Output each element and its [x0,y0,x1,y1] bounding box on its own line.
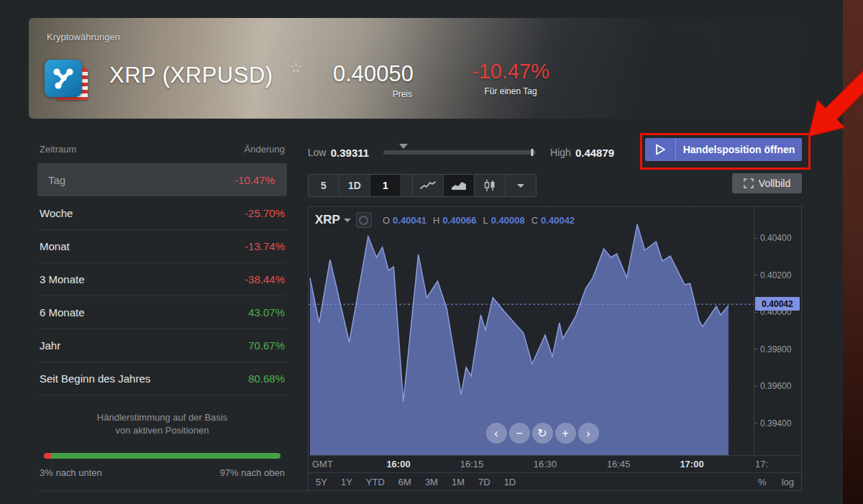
x-axis-label: 16:30 [534,459,557,469]
chart-type-dropdown[interactable] [506,175,536,196]
period-label: 6 Monate [38,306,85,319]
chart-type-line-icon[interactable] [413,175,444,196]
current-price-tag: 0.40042 [755,297,800,311]
ohlc-values: O0.40041H0.40066L0.40008C0.40042 [383,215,575,226]
app-background: Kryptowährungen XRP (XRPUSD) ☆ [0,0,863,504]
open-trade-button[interactable]: Handelsposition öffnen [645,138,802,161]
table-row[interactable]: 6 Monate43.07% [38,296,286,329]
chart-nav-zoom-in-button[interactable]: + [555,423,576,444]
period-table-body: Tag-10.47%Woche-25.70%Monat-13.74%3 Mona… [38,163,286,395]
axis-tick [754,312,757,313]
axis-tick [754,386,757,387]
period-label: 3 Monate [38,273,85,285]
symbol-label: XRP [315,213,340,227]
table-row[interactable]: Jahr70.67% [38,329,286,362]
column-header-change: Änderung [245,144,285,155]
period-change-panel: Zeitraum Änderung Tag-10.47%Woche-25.70%… [38,141,286,478]
symbol-dropdown[interactable]: XRP [315,213,351,227]
range-button-row: 5Y1YYTD6M3M1M7D1D %log [309,472,801,491]
x-axis-label: 16:15 [460,459,484,469]
instrument-banner: Kryptowährungen XRP (XRPUSD) ☆ [29,18,802,119]
chart-nav-zoom-out-button[interactable]: − [509,423,530,444]
low-value: 0.39311 [331,147,369,159]
time-axis[interactable]: GMT 16:0016:1516:3016:4517:0017: [309,455,801,473]
range-button-6m[interactable]: 6M [398,477,411,487]
x-axis-label: 17:00 [680,459,703,469]
day-range-row: Low 0.39311 High 0.44879 [308,143,614,162]
chart-nav-reset-button[interactable]: ↻ [532,423,553,444]
interval-button-1d[interactable]: 1D [339,175,370,196]
range-button-3m[interactable]: 3M [425,477,438,487]
chart-type-area-icon[interactable] [444,175,475,196]
x-axis-label: 17: [755,459,768,469]
y-axis-label: 0.39800 [760,344,791,354]
range-button-5y[interactable]: 5Y [316,477,327,487]
range-button-ytd[interactable]: YTD [366,477,385,487]
y-axis-label: 0.39400 [760,418,791,429]
high-label: High [550,147,571,158]
table-row[interactable]: 3 Monate-38.44% [38,263,286,296]
table-row[interactable]: Woche-25.70% [38,197,286,230]
interval-button-1[interactable]: 1 [370,175,401,196]
range-button-1m[interactable]: 1M [452,477,465,487]
instrument-logo [45,60,92,104]
open-trade-button-label: Handelsposition öffnen [676,144,802,155]
sentiment-bar-down-segment [44,453,51,459]
y-axis-label: 0.39600 [760,381,791,391]
play-icon [645,138,676,161]
range-button-7d[interactable]: 7D [478,477,490,487]
period-label: Seit Beginn des Jahres [38,372,150,385]
period-label: Woche [38,207,73,219]
period-label: Jahr [38,339,60,352]
change-value: 43.07% [248,306,286,319]
right-margin-strip [843,0,863,504]
range-buttons: 5Y1YYTD6M3M1M7D1D [316,477,516,487]
column-header-period: Zeitraum [40,144,76,155]
x-axis-label: 16:45 [607,459,631,469]
scale-button-log[interactable]: log [782,477,794,487]
breadcrumb[interactable]: Kryptowährungen [47,32,120,42]
chart-plot-area[interactable]: XRP O0.40041H0.40066L0.40008C0.40042 ‹−↻… [309,207,754,455]
fullscreen-icon [744,178,754,188]
timezone-label[interactable]: GMT [312,459,333,469]
chart-widget: XRP O0.40041H0.40066L0.40008C0.40042 ‹−↻… [308,206,802,491]
price-axis[interactable]: 0.40042 0.404000.402000.400000.398000.39… [754,207,802,455]
interval-button-5[interactable]: 5 [309,175,339,196]
page-title: XRP (XRPUSD) [109,63,273,88]
change-value: 80.68% [248,372,286,385]
sentiment-section: Händlerstimmung auf der Basis von aktive… [38,411,286,478]
table-row[interactable]: Seit Beginn des Jahres80.68% [38,362,286,395]
change-value: 70.67% [248,339,286,352]
change-value: -13.74% [245,240,286,252]
fullscreen-button[interactable]: Vollbild [732,173,802,193]
high-value: 0.44879 [575,147,614,159]
price-caption: Preis [290,89,414,99]
chart-nav-pan-left-button[interactable]: ‹ [486,423,507,444]
series-visibility-button[interactable] [356,212,372,228]
daily-change: -10.47% [449,60,572,83]
y-axis-label: 0.40200 [760,270,791,280]
chart-nav-pan-right-button[interactable]: › [578,423,599,444]
chart-type-group [412,174,536,197]
table-row[interactable]: Tag-10.47% [37,163,287,196]
change-value: -25.70% [245,207,286,219]
fullscreen-button-label: Vollbild [759,178,790,189]
y-axis-label: 0.40400 [760,233,791,243]
axis-tick [754,238,757,239]
table-row[interactable]: Monat-13.74% [38,230,286,263]
daily-change-caption: Für einen Tag [449,86,572,96]
day-range-slider[interactable] [383,150,536,155]
sentiment-title-line2: von aktiven Positionen [38,424,286,437]
range-button-1d[interactable]: 1D [504,477,516,487]
scale-button-percent[interactable]: % [758,477,767,487]
sentiment-title-line1: Händlerstimmung auf der Basis [38,411,286,424]
chart-type-candles-icon[interactable] [475,175,506,196]
axis-tick [754,275,757,275]
range-button-1y[interactable]: 1Y [341,477,352,487]
change-value: -10.47% [234,174,276,186]
period-label: Monat [38,240,70,252]
chevron-down-icon [344,219,351,222]
slider-current-marker-icon [399,144,408,149]
sentiment-up-label: 97% nach oben [220,467,285,478]
circle-icon [359,216,368,225]
